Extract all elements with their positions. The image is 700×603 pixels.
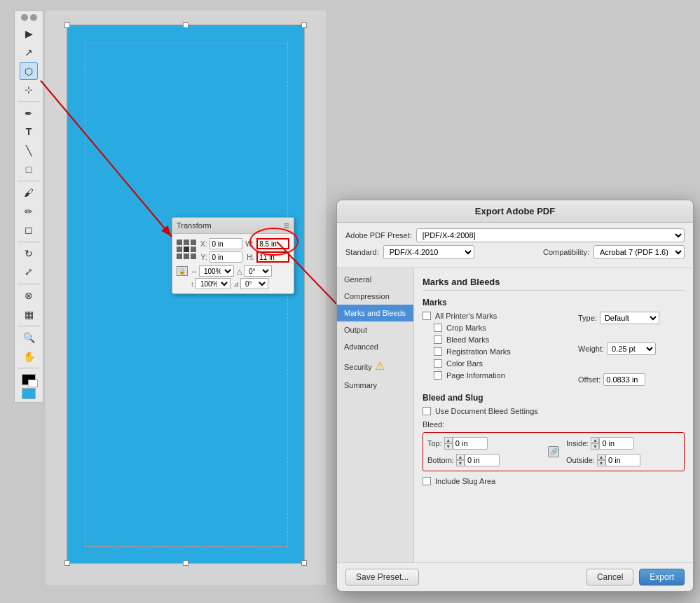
- weight-label: Weight:: [578, 345, 604, 353]
- inside-spinner[interactable]: ▲ ▼: [591, 437, 599, 450]
- sidebar-item-summary[interactable]: Summary: [337, 377, 413, 394]
- h-label: H:: [245, 254, 254, 261]
- top-row: Top: ▲ ▼: [427, 437, 541, 450]
- bleed-link-icon[interactable]: 🔗: [548, 446, 559, 457]
- corner-mark-tl: [64, 22, 70, 28]
- ref-bl[interactable]: [177, 254, 182, 259]
- h-input[interactable]: [256, 251, 289, 263]
- inside-up[interactable]: ▲: [591, 437, 599, 443]
- rotate-select[interactable]: 0°: [244, 265, 272, 277]
- tool-divider-5: [18, 326, 40, 326]
- type-select[interactable]: Default: [600, 312, 659, 324]
- close-btn[interactable]: [21, 14, 28, 21]
- standard-select[interactable]: PDF/X-4:2010: [383, 245, 474, 259]
- selection-tool[interactable]: ▶: [20, 25, 38, 43]
- ref-br[interactable]: [191, 254, 196, 259]
- y-input[interactable]: [210, 251, 242, 263]
- weight-select[interactable]: 0.25 pt: [607, 342, 656, 355]
- bleed-fields: Top: ▲ ▼ Bottom:: [423, 432, 685, 471]
- direct-selection-tool[interactable]: ↗: [20, 44, 38, 62]
- bottom-up[interactable]: ▲: [456, 454, 465, 460]
- x-input[interactable]: [210, 238, 242, 249]
- type-tool[interactable]: T: [20, 123, 38, 141]
- preset-select[interactable]: [PDF/X-4:2008]: [416, 228, 685, 242]
- inside-label: Inside:: [566, 439, 589, 448]
- sidebar-item-output[interactable]: Output: [337, 321, 413, 338]
- inside-input[interactable]: [599, 437, 634, 450]
- outside-up[interactable]: ▲: [597, 454, 605, 460]
- zoom-tool[interactable]: 🔍: [20, 329, 38, 347]
- outside-down[interactable]: ▼: [597, 460, 605, 466]
- bleed-marks-checkbox[interactable]: [434, 335, 442, 344]
- marks-subtitle: Marks: [423, 298, 685, 307]
- footer-left: Save Preset...: [345, 569, 419, 585]
- lock-icon[interactable]: 🔒: [177, 266, 188, 276]
- transform-collapse[interactable]: ≡: [284, 220, 289, 231]
- ref-bc[interactable]: [184, 254, 189, 259]
- preset-row: Adobe PDF Preset: [PDF/X-4:2008]: [345, 228, 685, 242]
- export-button[interactable]: Export: [639, 569, 685, 585]
- pencil-tool[interactable]: ✏: [20, 202, 38, 220]
- pen-tool[interactable]: ✒: [20, 104, 38, 122]
- ref-tr[interactable]: [191, 240, 196, 245]
- top-spinner[interactable]: ▲ ▼: [444, 437, 453, 450]
- w-input[interactable]: [256, 238, 289, 249]
- hand-tool[interactable]: ✋: [20, 347, 38, 365]
- blend-tool[interactable]: ⊗: [20, 287, 38, 305]
- ref-mc[interactable]: [184, 247, 189, 252]
- scale-tool[interactable]: ⤢: [20, 263, 38, 281]
- export-dialog: Export Adobe PDF Adobe PDF Preset: [PDF/…: [336, 200, 694, 592]
- shear-select[interactable]: 0°: [240, 278, 268, 289]
- sidebar-item-compression[interactable]: Compression: [337, 288, 413, 305]
- bottom-input[interactable]: [465, 454, 500, 466]
- compatibility-select[interactable]: Acrobat 7 (PDF 1.6): [593, 245, 685, 259]
- dialog-sidebar: General Compression Marks and Bleeds Out…: [337, 268, 414, 562]
- save-preset-button[interactable]: Save Preset...: [345, 569, 419, 585]
- line-tool[interactable]: ╲: [20, 142, 38, 160]
- warning-icon: ⚠: [375, 360, 385, 372]
- cancel-button[interactable]: Cancel: [586, 569, 633, 585]
- sidebar-item-general[interactable]: General: [337, 271, 413, 288]
- include-slug-checkbox[interactable]: [423, 477, 431, 485]
- sidebar-item-advanced[interactable]: Advanced: [337, 338, 413, 355]
- tool-divider-4: [18, 284, 40, 284]
- color-bars-checkbox[interactable]: [434, 359, 442, 368]
- top-input[interactable]: [453, 437, 488, 450]
- ref-tc[interactable]: [184, 240, 189, 245]
- ref-ml[interactable]: [177, 247, 182, 252]
- bleed-slug-subtitle: Bleed and Slug: [423, 393, 685, 403]
- sidebar-item-security[interactable]: Security⚠: [337, 355, 413, 377]
- inside-down[interactable]: ▼: [591, 443, 599, 450]
- bottom-label: Bottom:: [427, 456, 454, 464]
- ref-tl[interactable]: [177, 240, 182, 245]
- use-doc-bleed-label: Use Document Bleed Settings: [435, 407, 538, 415]
- rectangle-tool[interactable]: □: [20, 160, 38, 178]
- paintbrush-tool[interactable]: 🖌: [20, 184, 38, 202]
- lasso-tool[interactable]: ⊹: [20, 81, 38, 99]
- scale-y-select[interactable]: 100%: [195, 278, 231, 289]
- bottom-down[interactable]: ▼: [456, 460, 465, 466]
- outside-input[interactable]: [605, 454, 640, 466]
- page-info-label: Page Information: [446, 371, 505, 380]
- page-info-checkbox[interactable]: [434, 371, 442, 380]
- all-printers-marks-checkbox[interactable]: [423, 312, 431, 320]
- magic-wand-tool[interactable]: ⬡: [20, 62, 38, 80]
- section-title: Marks and Bleeds: [423, 277, 685, 291]
- color-bars-label: Color Bars: [446, 359, 483, 368]
- sidebar-item-marks-bleeds[interactable]: Marks and Bleeds: [337, 305, 413, 321]
- crop-marks-checkbox[interactable]: [434, 324, 442, 332]
- eraser-tool[interactable]: ◻: [20, 221, 38, 239]
- toolbar: ▶ ↗ ⬡ ⊹ ✒ T ╲ □ 🖌 ✏ ◻ ↻ ⤢ ⊗ ▦ 🔍 ✋: [14, 11, 43, 403]
- scale-x-select[interactable]: 100%: [199, 265, 234, 277]
- ref-mr[interactable]: [191, 247, 196, 252]
- gradient-tool[interactable]: ▦: [20, 305, 38, 323]
- use-doc-bleed-checkbox[interactable]: [423, 407, 431, 415]
- top-up[interactable]: ▲: [444, 437, 453, 443]
- outside-spinner[interactable]: ▲ ▼: [597, 454, 605, 466]
- rotate-tool[interactable]: ↻: [20, 245, 38, 263]
- offset-input[interactable]: [603, 373, 645, 386]
- top-down[interactable]: ▼: [444, 443, 453, 450]
- bottom-spinner[interactable]: ▲ ▼: [456, 454, 465, 466]
- minimize-btn[interactable]: [30, 14, 37, 21]
- registration-marks-checkbox[interactable]: [434, 347, 442, 356]
